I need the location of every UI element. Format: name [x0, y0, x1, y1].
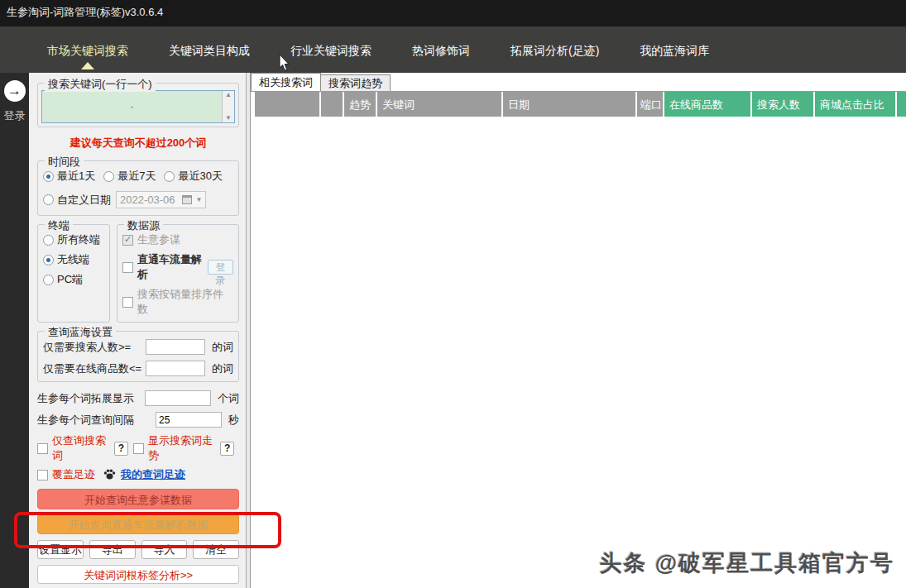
checkbox-ztc-traffic[interactable]: 直通车流量解析 登录: [122, 252, 233, 282]
table-header-row: 趋势 关键词 日期 端口 在线商品数 搜索人数 商城点击占比: [251, 91, 906, 117]
start-query-sycm-button[interactable]: 开始查询生意参谋数据: [37, 489, 239, 509]
radio-dot: [43, 171, 54, 182]
nav-tab-hot-modifier-words[interactable]: 热词修饰词: [412, 44, 470, 59]
checkbox-show-trend[interactable]: 显示搜索词走势: [133, 433, 217, 463]
column-header-mall-click-ratio[interactable]: 商城点击占比: [815, 92, 895, 117]
expand-count-input[interactable]: [145, 390, 211, 406]
radio-last-7-days-label: 最近7天: [117, 169, 156, 184]
radio-wireless[interactable]: 无线端: [43, 252, 89, 267]
nav-tab-expand-analysis[interactable]: 拓展词分析(足迹): [511, 44, 599, 59]
radio-custom-date[interactable]: 自定义日期: [43, 193, 111, 208]
root-tag-analysis-button[interactable]: 关键词词根标签分析>>: [37, 565, 239, 584]
nav-tab-keyword-category[interactable]: 关键词类目构成: [169, 44, 250, 59]
my-query-footprint-link[interactable]: 我的查词足迹: [121, 467, 185, 482]
scroll-down-icon[interactable]: ▼: [225, 115, 232, 122]
help-button-2[interactable]: ?: [220, 442, 234, 456]
radio-dot: [43, 235, 54, 246]
time-range-group-title: 时间段: [45, 155, 84, 170]
radio-last-7-days[interactable]: 最近7天: [103, 169, 156, 184]
checkbox-sort-by-sales-label: 搜索按销量排序件数: [137, 287, 233, 317]
max-products-input[interactable]: [146, 361, 205, 376]
textarea-scrollbar[interactable]: ▲ ▼: [222, 91, 234, 122]
scroll-up-icon[interactable]: ▲: [225, 92, 232, 98]
radio-pc-label: PC端: [57, 272, 83, 287]
date-value: 2022-03-06: [120, 194, 175, 206]
max-products-suffix: 的词: [212, 361, 233, 376]
show-trend-label: 显示搜索词走势: [148, 433, 217, 463]
datasource-group-title: 数据源: [124, 218, 163, 233]
checkbox-only-query-search-words[interactable]: 仅查询搜索词: [37, 433, 111, 463]
keywords-textarea[interactable]: · ▲ ▼: [41, 90, 235, 123]
date-picker[interactable]: 2022-03-06 ▼: [116, 191, 206, 208]
column-header-date[interactable]: 日期: [503, 92, 635, 117]
checkbox-box: [122, 262, 133, 273]
tab-search-word-trend[interactable]: 搜索词趋势: [321, 74, 391, 91]
bluesea-settings-title: 查询蓝海设置: [45, 325, 116, 340]
column-header-blank-1[interactable]: [255, 92, 319, 117]
nav-tab-my-bluesea-words[interactable]: 我的蓝海词库: [640, 44, 709, 59]
results-tabs: 相关搜索词 搜索词趋势: [251, 73, 906, 91]
column-header-trend[interactable]: 趋势: [344, 92, 376, 117]
column-header-searchers[interactable]: 搜索人数: [752, 92, 813, 117]
checkbox-ztc-label: 直通车流量解析: [137, 252, 203, 282]
paw-print-icon: [103, 468, 116, 482]
window-title: 生参淘词-词路管理(标签)v3.0.6.4: [0, 0, 906, 26]
radio-dot: [43, 255, 54, 265]
results-table-area: 相关搜索词 搜索词趋势 趋势 关键词 日期 端口 在线商品数 搜索人数 商城点击…: [250, 73, 906, 588]
start-query-ztc-button[interactable]: 开始查询直通车流量解析数据: [37, 514, 239, 534]
query-interval-input[interactable]: [156, 412, 222, 428]
query-interval-suffix: 秒: [228, 413, 239, 428]
max-products-label: 仅需要在线商品数<=: [43, 361, 146, 376]
main-navbar: 市场关键词搜索 关键词类目构成 行业关键词搜索 热词修饰词 拓展词分析(足迹) …: [0, 26, 906, 73]
import-button[interactable]: 导入: [141, 540, 188, 559]
checkbox-box: [122, 297, 133, 308]
checkbox-sycm-label: 生意参谋: [137, 232, 180, 247]
radio-dot: [43, 194, 54, 205]
radio-last-30-days[interactable]: 最近30天: [164, 169, 222, 184]
only-query-label: 仅查询搜索词: [52, 433, 111, 463]
query-control-panel: 搜索关键词(一行一个) · ▲ ▼ 建议每天查询不超过200个词 时间段 最近1…: [29, 73, 247, 588]
help-button-1[interactable]: ?: [114, 442, 128, 456]
radio-all-terminals-label: 所有终端: [57, 232, 100, 247]
radio-all-terminals[interactable]: 所有终端: [43, 232, 100, 247]
bluesea-settings-group: 查询蓝海设置 仅需要搜索人数>= 的词 仅需要在线商品数<= 的词: [37, 331, 239, 382]
radio-dot: [164, 171, 175, 182]
datasource-group: 数据源 生意参谋 直通车流量解析 登录 搜索按销量排序件数: [117, 224, 239, 323]
query-interval-label: 生参每个词查询间隔: [37, 413, 156, 428]
login-sidebar: → 登录: [0, 73, 29, 588]
date-dropdown-icon[interactable]: ▼: [196, 196, 203, 203]
calendar-icon[interactable]: [182, 195, 192, 204]
checkbox-cover-footprint[interactable]: 覆盖足迹: [37, 467, 95, 482]
nav-tab-industry-keyword-search[interactable]: 行业关键词搜索: [290, 44, 372, 59]
column-header-keyword[interactable]: 关键词: [377, 92, 501, 117]
radio-dot: [103, 171, 114, 182]
search-keywords-group: 搜索关键词(一行一个) · ▲ ▼: [37, 83, 239, 127]
min-searchers-label: 仅需要搜索人数>=: [43, 340, 146, 355]
checkbox-sort-by-sales[interactable]: 搜索按销量排序件数: [122, 287, 233, 317]
column-header-online-products[interactable]: 在线商品数: [664, 92, 750, 117]
radio-custom-date-label: 自定义日期: [57, 193, 111, 208]
checkbox-box: [133, 443, 144, 454]
radio-last-1-day-label: 最近1天: [57, 169, 95, 184]
radio-last-30-days-label: 最近30天: [178, 169, 222, 184]
export-button[interactable]: 导出: [89, 540, 136, 559]
login-arrow-icon[interactable]: →: [4, 80, 26, 102]
mouse-cursor: [279, 55, 292, 76]
column-header-port[interactable]: 端口: [637, 92, 663, 117]
column-header-blank-2[interactable]: [321, 92, 343, 117]
login-label[interactable]: 登录: [0, 108, 29, 123]
column-header-partial[interactable]: [897, 92, 906, 117]
min-searchers-suffix: 的词: [212, 340, 233, 355]
display-settings-button[interactable]: 设置显示: [37, 540, 84, 559]
checkbox-box: [122, 235, 133, 246]
min-searchers-input[interactable]: [146, 339, 205, 355]
cover-footprint-label: 覆盖足迹: [52, 467, 95, 482]
keywords-textarea-value: ·: [42, 91, 222, 122]
radio-pc[interactable]: PC端: [43, 272, 83, 287]
radio-last-1-day[interactable]: 最近1天: [43, 169, 95, 184]
nav-tab-market-keyword-search[interactable]: 市场关键词搜索: [47, 44, 128, 59]
ztc-login-button[interactable]: 登录: [208, 260, 233, 275]
clear-button[interactable]: 清空: [193, 540, 239, 559]
radio-dot: [43, 275, 54, 285]
checkbox-sycm[interactable]: 生意参谋: [122, 232, 180, 247]
